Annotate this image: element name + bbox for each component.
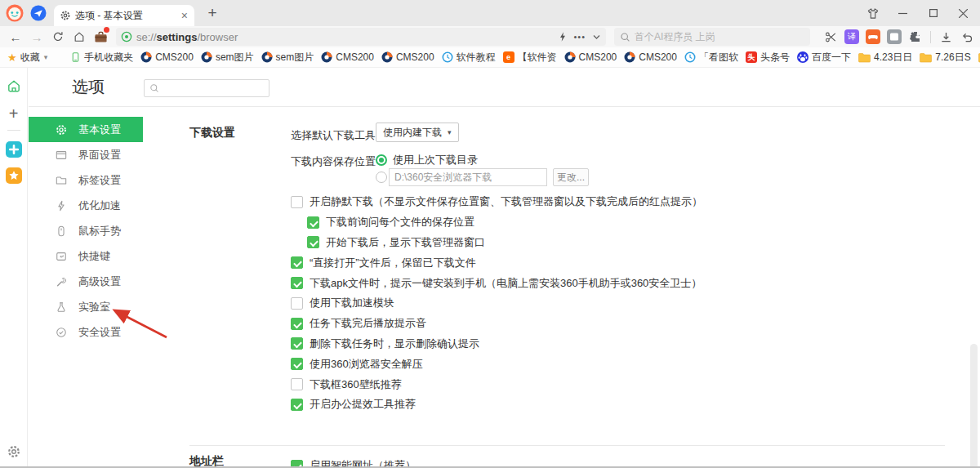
checkbox-checked-icon[interactable]: [291, 399, 303, 411]
checkbox-row[interactable]: 启用智能网址（推荐）: [291, 458, 416, 466]
checkbox-checked-icon[interactable]: [291, 277, 303, 289]
maximize-button[interactable]: [918, 0, 948, 26]
quick-access-icon[interactable]: [30, 5, 47, 21]
checkbox-checked-icon[interactable]: [291, 358, 303, 370]
sidebar-item-advanced[interactable]: 高级设置: [29, 269, 143, 294]
strip-plus-app-icon[interactable]: [6, 141, 22, 158]
radio-last-directory[interactable]: 使用上次下载目录: [376, 153, 478, 167]
download-path-input[interactable]: [389, 168, 547, 186]
strip-star-app-icon[interactable]: [6, 167, 22, 184]
translate-icon[interactable]: 译: [841, 27, 862, 47]
gear-icon: [56, 124, 67, 136]
checkbox-row[interactable]: 开启办公提效工具推荐: [291, 394, 702, 415]
scrollbar-thumb[interactable]: [970, 344, 978, 466]
extensions-puzzle-icon[interactable]: [905, 27, 926, 47]
checkbox-unchecked-icon[interactable]: [291, 378, 303, 390]
bookmark-item[interactable]: sem图片: [261, 51, 314, 65]
bookmark-item[interactable]: 7.26日S: [920, 51, 970, 65]
default-tool-label: 选择默认下载工具：: [291, 128, 386, 143]
bookmark-item[interactable]: sem图片: [201, 51, 254, 65]
sidebar-item-security[interactable]: 安全设置: [29, 319, 143, 345]
browser-search-box[interactable]: [614, 28, 810, 46]
address-bar[interactable]: se://settings/browser •••: [116, 28, 606, 46]
bookmark-item[interactable]: 软件教程: [442, 51, 496, 65]
close-window-button[interactable]: [948, 0, 978, 26]
reader-mode-icon[interactable]: [884, 27, 905, 47]
header-divider: [29, 106, 980, 107]
settings-search-box[interactable]: [144, 79, 270, 97]
change-path-button[interactable]: 更改...: [553, 168, 589, 186]
dropdown-chevron-icon[interactable]: [592, 34, 601, 40]
workspace-briefcase-icon[interactable]: [90, 27, 111, 47]
bookmark-item[interactable]: CMS200: [321, 51, 374, 63]
minimize-button[interactable]: [888, 0, 918, 26]
radio-unselected-icon[interactable]: [376, 172, 387, 183]
checkbox-checked-icon[interactable]: [291, 460, 303, 467]
bookmark-item[interactable]: e【软件资: [503, 51, 557, 65]
sidebar-item-interface[interactable]: 界面设置: [29, 142, 143, 167]
toutiao-icon: 头: [746, 51, 757, 63]
radio-selected-icon[interactable]: [376, 154, 387, 166]
screenshot-scissors-icon[interactable]: [820, 27, 841, 47]
checkbox-row[interactable]: 任务下载完后播放提示音: [291, 314, 702, 334]
radio-custom-directory[interactable]: [376, 172, 387, 183]
sidebar-item-hotkeys[interactable]: 快捷键: [29, 243, 143, 269]
more-actions-icon[interactable]: •••: [573, 32, 586, 42]
undo-restore-icon[interactable]: [956, 27, 978, 47]
home-button[interactable]: [69, 27, 90, 47]
game-center-icon[interactable]: [862, 27, 884, 47]
back-button[interactable]: ←: [5, 27, 26, 47]
download-tool-select[interactable]: 使用内建下载 ▾: [376, 123, 459, 142]
checkbox-row[interactable]: 下载前询问每个文件的保存位置: [291, 212, 702, 233]
checkbox-row[interactable]: 使用下载加速模块: [291, 293, 702, 314]
checkbox-row[interactable]: 删除下载任务时，显示删除确认提示: [291, 334, 702, 354]
checkbox-row[interactable]: “直接打开”文件后，保留已下载文件: [291, 252, 702, 273]
downloads-icon[interactable]: [935, 27, 956, 47]
strip-add-icon[interactable]: +: [9, 105, 19, 123]
checkbox-unchecked-icon[interactable]: [291, 196, 303, 208]
speed-lightning-icon[interactable]: [559, 31, 567, 42]
site-safety-icon[interactable]: [121, 31, 132, 42]
addressbar-section-heading: 地址栏: [189, 454, 224, 466]
browser-search-input[interactable]: [635, 31, 804, 42]
bookmark-item[interactable]: 手机收藏夹: [70, 51, 133, 65]
checkbox-row[interactable]: 使用360浏览器安全解压: [291, 354, 702, 374]
browser-logo-icon[interactable]: [6, 4, 24, 22]
refresh-button[interactable]: [47, 27, 69, 47]
bookmark-item[interactable]: 4.23日日: [858, 51, 912, 65]
tab-close-icon[interactable]: ×: [181, 10, 188, 21]
checkbox-checked-icon[interactable]: [307, 236, 319, 248]
new-tab-button[interactable]: +: [203, 3, 222, 23]
cms-icon: [201, 51, 212, 63]
strip-home-icon[interactable]: [6, 78, 21, 94]
bookmark-item[interactable]: CMS200: [381, 51, 434, 63]
checkbox-label: “直接打开”文件后，保留已下载文件: [310, 256, 476, 270]
checkbox-row[interactable]: 下载apk文件时，提示一键安装到手机（电脑上需安装360手机助手或360安全卫士…: [291, 273, 702, 293]
checkbox-row[interactable]: 开始下载后，显示下载管理器窗口: [291, 233, 702, 253]
sidebar-item-lab[interactable]: 实验室: [29, 294, 143, 319]
strip-settings-gear-icon[interactable]: [7, 445, 20, 458]
bookmark-item[interactable]: CMS200: [564, 51, 617, 63]
favorites-menu[interactable]: ★ 收藏 ▾: [7, 51, 47, 65]
theme-shirt-icon[interactable]: [858, 0, 888, 26]
sidebar-item-speed[interactable]: 优化加速: [29, 193, 143, 218]
sidebar-item-basic[interactable]: 基本设置: [29, 117, 143, 142]
bookmark-item[interactable]: 「看图软: [684, 51, 738, 65]
settings-search-input[interactable]: [163, 82, 264, 94]
sidebar-item-mouse[interactable]: 鼠标手势: [29, 218, 143, 243]
browser-tab-settings[interactable]: 选项 - 基本设置 ×: [54, 5, 194, 26]
bookmark-item[interactable]: 头头条号: [746, 51, 790, 65]
forward-button[interactable]: →: [26, 27, 47, 47]
checkbox-checked-icon[interactable]: [291, 318, 303, 330]
checkbox-row[interactable]: 开启静默下载（不显示文件保存位置窗、下载管理器窗以及下载完成后的红点提示）: [291, 192, 702, 212]
sidebar-item-tabs[interactable]: 标签设置: [29, 167, 143, 193]
checkbox-checked-icon[interactable]: [307, 216, 319, 229]
checkbox-unchecked-icon[interactable]: [291, 297, 303, 310]
checkbox-checked-icon[interactable]: [291, 256, 303, 269]
bookmark-item[interactable]: CMS200: [140, 51, 194, 63]
url-text[interactable]: se://settings/browser: [136, 31, 559, 43]
bookmark-item[interactable]: CMS200: [624, 51, 677, 63]
checkbox-row[interactable]: 下载框360壁纸推荐: [291, 374, 702, 394]
bookmark-item[interactable]: 百度一下: [797, 51, 851, 65]
checkbox-checked-icon[interactable]: [291, 337, 303, 350]
